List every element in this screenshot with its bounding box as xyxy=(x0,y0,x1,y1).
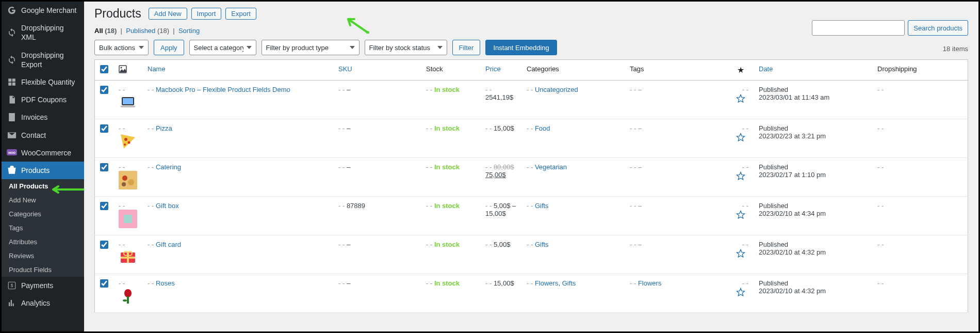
sidebar-item-dropshipping-export[interactable]: Dropshipping Export xyxy=(2,46,84,73)
featured-star-toggle[interactable] xyxy=(736,175,746,183)
refresh-icon xyxy=(7,55,17,65)
product-thumbnail[interactable] xyxy=(119,171,137,189)
dropshipping-value: - - xyxy=(877,163,884,171)
table-nav: Bulk actions Apply Select a category Fil… xyxy=(94,40,968,55)
dropshipping-value: - - xyxy=(877,124,884,132)
category-link[interactable]: Gifts xyxy=(562,279,576,287)
column-sku[interactable]: SKU xyxy=(333,60,421,81)
tag-link[interactable]: Flowers xyxy=(638,279,662,287)
category-link[interactable]: Gifts xyxy=(535,202,549,210)
sidebar-item-label: Contact xyxy=(21,131,79,140)
row-checkbox[interactable] xyxy=(100,86,108,94)
featured-star-toggle[interactable] xyxy=(736,252,746,260)
publish-date: 2023/02/23 at 3:21 pm xyxy=(759,132,867,140)
publish-status: Published xyxy=(759,86,867,93)
sidebar-sub-add-new[interactable]: Add New xyxy=(2,193,84,207)
dropshipping-value: - - xyxy=(877,202,884,210)
grid-icon xyxy=(7,77,17,87)
product-thumbnail[interactable] xyxy=(119,93,137,112)
svg-rect-21 xyxy=(124,215,132,223)
row-checkbox[interactable] xyxy=(100,241,108,249)
column-featured: ★ xyxy=(728,60,754,81)
search-input[interactable] xyxy=(812,20,905,36)
sidebar-item-dropshipping-xml[interactable]: Dropshipping XML xyxy=(2,19,84,46)
product-thumbnail[interactable] xyxy=(119,132,137,151)
sidebar-item-products[interactable]: Products xyxy=(2,162,84,179)
woo-icon: woo xyxy=(7,149,17,156)
product-name-link[interactable]: Pizza xyxy=(156,124,172,132)
sidebar-sub-all-products[interactable]: All Products xyxy=(2,179,84,193)
product-type-filter-select[interactable]: Filter by product type xyxy=(262,40,360,55)
import-button[interactable]: Import xyxy=(191,8,222,20)
sidebar-sub-categories[interactable]: Categories xyxy=(2,207,84,221)
sidebar-item-woocommerce[interactable]: wooWooCommerce xyxy=(2,144,84,162)
price-cell: - - 15,00$ xyxy=(480,119,521,158)
column-name[interactable]: Name xyxy=(142,60,333,81)
table-row: - - - - Roses- - –- - In stock- - 15,00$… xyxy=(95,274,968,313)
category-link[interactable]: Food xyxy=(535,124,550,132)
category-link[interactable]: Flowers xyxy=(535,279,559,287)
product-thumbnail[interactable] xyxy=(119,287,137,306)
row-checkbox[interactable] xyxy=(100,279,108,288)
filter-button[interactable]: Filter xyxy=(452,40,481,55)
publish-date: 2023/03/01 at 11:43 am xyxy=(759,93,867,101)
featured-star-toggle[interactable] xyxy=(736,136,746,144)
sidebar-sub-attributes[interactable]: Attributes xyxy=(2,235,84,249)
sidebar-item-invoices[interactable]: Invoices xyxy=(2,108,84,126)
svg-point-17 xyxy=(122,176,127,181)
row-checkbox[interactable] xyxy=(100,124,108,133)
sidebar-item-google-merchant[interactable]: Google Merchant xyxy=(2,2,84,19)
product-name-link[interactable]: Catering xyxy=(156,163,181,171)
sidebar-item-analytics[interactable]: Analytics xyxy=(2,294,84,312)
price-cell: - - 15,00$ xyxy=(480,274,521,313)
add-new-button[interactable]: Add New xyxy=(149,8,187,20)
category-link[interactable]: Uncategorized xyxy=(535,86,578,93)
sidebar-item-payments[interactable]: $Payments xyxy=(2,277,84,294)
stock-status-filter-select[interactable]: Filter by stock status xyxy=(365,40,447,55)
sidebar-sub-tags[interactable]: Tags xyxy=(2,221,84,235)
price-cell: - - 80,00$75,00$ xyxy=(480,158,521,197)
sku-value: – xyxy=(347,86,350,93)
page-header: Products Add New Import Export xyxy=(94,7,968,21)
column-price[interactable]: Price xyxy=(480,60,521,81)
instant-embedding-button[interactable]: Instant Embedding xyxy=(485,40,557,55)
product-name-link[interactable]: Roses xyxy=(156,279,175,287)
category-link[interactable]: Gifts xyxy=(535,241,549,248)
product-name-link[interactable]: Gift box xyxy=(156,202,179,210)
row-checkbox[interactable] xyxy=(100,202,108,210)
items-count: 18 items xyxy=(943,45,968,53)
svg-rect-11 xyxy=(121,106,135,107)
stock-status: In stock xyxy=(434,202,460,210)
stock-status: In stock xyxy=(434,279,460,287)
table-row: - - - - Catering- - –- - In stock- - 80,… xyxy=(95,158,968,197)
sidebar-item-pdf-coupons[interactable]: PDF Coupons xyxy=(2,91,84,108)
category-filter-select[interactable]: Select a category xyxy=(189,40,256,55)
sidebar-sub-product-fields[interactable]: Product Fields xyxy=(2,263,84,277)
featured-star-toggle[interactable] xyxy=(736,291,746,299)
price-cell: - - 2541,19$ xyxy=(480,81,521,119)
sidebar-item-flexible-quantity[interactable]: Flexible Quantity xyxy=(2,73,84,91)
view-published-link[interactable]: Published (18) xyxy=(126,27,171,35)
product-thumbnail[interactable] xyxy=(119,210,137,228)
sidebar-item-contact[interactable]: Contact xyxy=(2,126,84,144)
bulk-actions-select[interactable]: Bulk actions xyxy=(94,40,149,55)
view-all-link[interactable]: All (18) xyxy=(94,27,119,35)
select-all-checkbox[interactable] xyxy=(100,65,108,73)
apply-button[interactable]: Apply xyxy=(154,40,184,55)
star-icon: ★ xyxy=(737,66,744,74)
export-button[interactable]: Export xyxy=(225,8,256,20)
stock-status: In stock xyxy=(434,241,460,248)
sidebar-sub-reviews[interactable]: Reviews xyxy=(2,249,84,263)
category-link[interactable]: Vegetarian xyxy=(535,163,567,171)
product-name-link[interactable]: Gift card xyxy=(156,241,181,248)
row-checkbox[interactable] xyxy=(100,163,108,171)
column-date[interactable]: Date xyxy=(754,60,872,81)
search-button[interactable]: Search products xyxy=(908,20,968,36)
price-cell: - - 5,00$ – 15,00$ xyxy=(480,197,521,235)
product-thumbnail[interactable] xyxy=(119,248,137,267)
featured-star-toggle[interactable] xyxy=(736,98,746,105)
product-name-link[interactable]: Macbook Pro – Flexible Product Fields De… xyxy=(156,86,290,93)
view-sorting-link[interactable]: Sorting xyxy=(178,27,200,35)
stock-status: In stock xyxy=(434,124,460,132)
featured-star-toggle[interactable] xyxy=(736,214,746,221)
